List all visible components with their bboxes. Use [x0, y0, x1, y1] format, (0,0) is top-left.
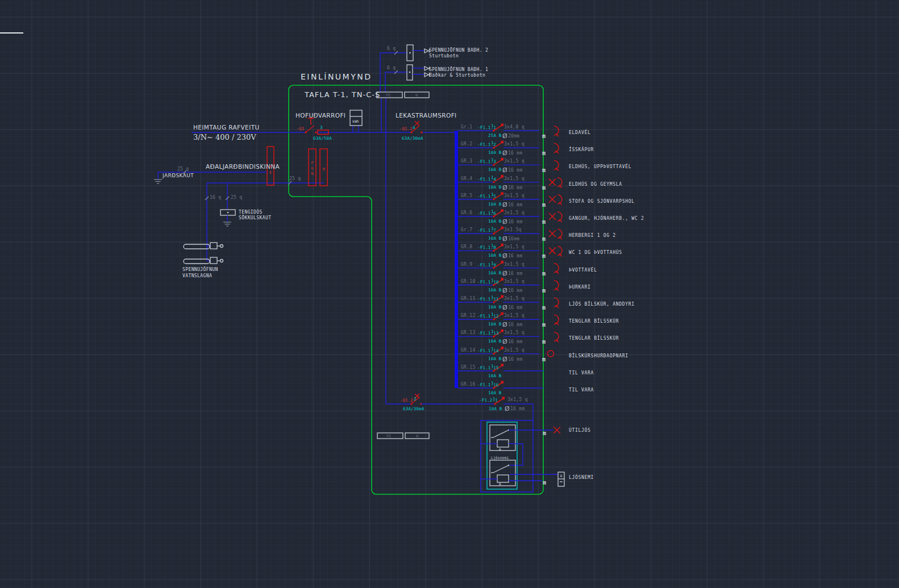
- circuit-poles: 1: [491, 243, 494, 248]
- circuit-rating: 10A B: [488, 219, 502, 224]
- conduit-diameter: Ø: [502, 304, 507, 311]
- circuit-id: GR.13: [461, 330, 476, 335]
- panel-title: TAFLA T-1, TN-C-S: [304, 90, 380, 99]
- circuit-label: HERBERGI 1 OG 2: [569, 233, 616, 238]
- svg-text:16 mm: 16 mm: [508, 271, 523, 276]
- circuit-id: GR.9: [461, 262, 472, 267]
- circuit-id: GR.5: [461, 193, 472, 198]
- circuit-id: Gr.7: [461, 227, 472, 232]
- pe-marker: m: [542, 287, 546, 294]
- circuit-poles: 1: [491, 381, 494, 386]
- conduit-diameter: Ø: [502, 270, 507, 277]
- q11-poles: 4: [413, 125, 415, 130]
- pe-marker: m: [542, 133, 546, 139]
- n-bar-top-label: N: [415, 93, 418, 98]
- pe-marker: m: [542, 202, 546, 208]
- circuit-poles: 1: [491, 347, 494, 352]
- ground-icon: [154, 180, 162, 184]
- circuit-tag: -F1.1.13: [477, 331, 499, 336]
- circuit-label: ELDAVÉL: [569, 129, 591, 135]
- pe-marker: m: [542, 322, 546, 328]
- drawing-title: EINLÍNUMYND: [301, 72, 372, 81]
- circuit-label: TENGLAR BÍLSSKÚR: [569, 318, 619, 324]
- svg-text:16 mm: 16 mm: [508, 253, 523, 258]
- circuit-poles: 1: [491, 192, 494, 197]
- circuit-tag: -F1.1.15: [477, 365, 499, 370]
- circuit-wire-spec: 3x4,0 q: [504, 124, 525, 130]
- circuit-row-GR.10: GR.10-F1.1.10110A B3x1,5 qØ16 mmmÞURKARI: [458, 278, 591, 294]
- pe-marker: m: [542, 356, 546, 362]
- circuit-wire-spec: 3x1,5 q: [507, 397, 528, 402]
- circuit-id: GR.12: [461, 313, 476, 318]
- wire-size-label: 25 q: [289, 176, 301, 181]
- service-voltage: 3/N~ 400 / 230V: [193, 133, 256, 141]
- circuit-rating: 10A B: [488, 236, 502, 241]
- light-sensor-label: LJÓSNEMI: [569, 474, 594, 480]
- svg-text:16 mm: 16 mm: [510, 406, 525, 411]
- pe-marker: m: [542, 305, 546, 311]
- circuit-id: GR.11: [461, 296, 476, 301]
- conduit-diameter: Ø: [502, 132, 507, 140]
- circuit-row-GR.9: GR.9-F1.1.9110A B3x1,5 qØ16 mmmÞVOTTAVÉL: [458, 261, 597, 277]
- circuit-poles: 1: [491, 278, 494, 283]
- bar-letter: N: [322, 167, 324, 172]
- circuit-rating: 10A B: [488, 202, 502, 207]
- circuit-tag: -F1.1.11: [477, 297, 499, 302]
- circuit-label: ELDHÚS, UPPÞVOTTAVÉL: [569, 163, 631, 169]
- pe-marker: m: [542, 167, 546, 173]
- n-bar-bottom-label: N: [416, 434, 418, 439]
- svg-text:16 mm: 16 mm: [508, 288, 523, 293]
- circuit-label: TENGLAR BÍLSSKÚR: [569, 335, 619, 341]
- q11-tag: -Q1.1: [399, 126, 413, 131]
- circuit-wire-spec: 3x1,5 q: [504, 141, 525, 147]
- circuit-id: GR.14: [461, 348, 476, 353]
- relay-coil-label: R: [499, 448, 501, 452]
- circuit-id: GR.10: [461, 279, 476, 284]
- motor-icon: [548, 351, 554, 357]
- wire-size-label: 6 q: [387, 65, 396, 70]
- circuit-wire-spec: 3x1,5 q: [504, 262, 525, 267]
- circuit-rating: 10A B: [488, 287, 502, 293]
- pe-marker: m: [542, 150, 546, 156]
- circuit-rating: 10A B: [488, 305, 502, 310]
- wire-size-label: 6 q: [387, 46, 396, 51]
- svg-text:16 mm: 16 mm: [508, 322, 523, 327]
- circuit-rating: 10A B: [488, 390, 502, 395]
- circuit-poles: 1: [491, 209, 494, 214]
- circuit-id: GR.4: [461, 176, 472, 181]
- conduit-diameter: Ø: [502, 166, 507, 174]
- circuit-row-GR.13: GR.13-F1.1.13110A B3x1,5 qØ16 mmmTENGLAR…: [458, 329, 619, 345]
- q11-rating: 63A/30mA: [402, 136, 423, 141]
- circuit-poles: 1: [491, 140, 494, 145]
- ground-icon: [223, 222, 231, 226]
- main-switch-symbol: [305, 118, 328, 135]
- bath1-bond-label: SPENNUJÖFNUN BAÐH. 1: [429, 66, 488, 72]
- circuit-wire-spec: 3x1,5 q: [504, 176, 525, 181]
- bar-letter: N: [311, 172, 313, 176]
- meter-label: kWh: [352, 119, 359, 124]
- svg-text:16 mm: 16 mm: [508, 305, 523, 310]
- circuit-rating: 10A B: [488, 356, 502, 361]
- svg-text:16 mm: 16 mm: [508, 151, 523, 156]
- svg-text:16 mm: 16 mm: [508, 357, 523, 362]
- q1-rating: 63A/50A: [313, 136, 332, 141]
- wire-size-label: 16 q: [210, 195, 221, 200]
- circuit-poles: 1: [491, 312, 494, 317]
- circuit-rating: 10A B: [488, 253, 502, 258]
- arrow-icon: [424, 49, 428, 53]
- relay-coil-icon: [497, 440, 509, 447]
- wire-size-label: 25 q: [177, 166, 189, 172]
- svg-text:16 mm: 16 mm: [508, 185, 523, 190]
- circuit-rating: 10A B: [488, 150, 502, 155]
- circuit-rating: 10A B: [488, 339, 502, 344]
- circuit-row-GR.8: GR.8-F1.1.8110A B3x1,5 qØ16 mmmWC 1 OG Þ…: [458, 243, 622, 260]
- circuit-label: GANGUR, HJÓNAHERB., WC 2: [569, 215, 644, 221]
- pe-marker: m: [542, 236, 546, 242]
- circuit-poles: 1: [491, 295, 494, 300]
- q12-poles: 2: [414, 397, 417, 402]
- circuit-id: GR.16: [461, 382, 476, 387]
- bar-letter: E: [311, 166, 313, 171]
- bar-letter: E: [269, 170, 272, 175]
- circuit-wire-spec: 3x1,5 q: [504, 159, 525, 164]
- q1-tag: -Q1: [297, 126, 305, 131]
